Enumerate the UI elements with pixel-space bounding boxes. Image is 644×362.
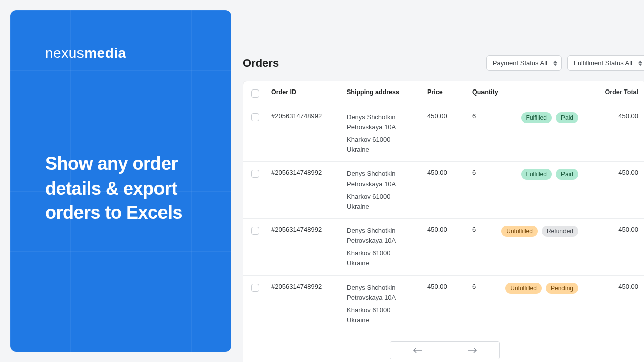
sort-caret-icon <box>553 60 557 66</box>
main-content: Orders Payment Status All Fulfillment St… <box>231 0 644 362</box>
table-row: #2056314748992Denys ShchotkinPetrovskaya… <box>243 162 644 219</box>
arrow-left-icon <box>413 347 422 353</box>
col-header-orderid: Order ID <box>271 88 347 96</box>
order-price: 450.00 <box>427 112 472 120</box>
order-id: #2056314748992 <box>271 169 347 176</box>
order-price: 450.00 <box>427 283 472 290</box>
payment-status-label: Payment Status All <box>493 59 547 67</box>
filter-group: Payment Status All Fulfillment Status Al… <box>486 55 644 71</box>
payment-status-filter[interactable]: Payment Status All <box>486 55 562 71</box>
status-badges: UnfulfilledRefunded <box>513 226 578 237</box>
arrow-right-icon <box>468 347 477 353</box>
row-checkbox[interactable] <box>251 284 259 292</box>
order-id: #2056314748992 <box>271 112 347 120</box>
payment-badge: Paid <box>556 112 578 123</box>
fulfillment-badge: Unfulfilled <box>505 283 542 294</box>
brand-text-right: media <box>84 45 126 61</box>
fulfillment-badge: Fulfilled <box>521 169 552 180</box>
shipping-address: Denys ShchotkinPetrovskaya 10AKharkov 61… <box>347 283 427 325</box>
table-header: Order ID Shipping address Price Quantity… <box>243 81 644 105</box>
fulfillment-status-label: Fulfillment Status All <box>574 59 632 67</box>
row-checkbox[interactable] <box>251 170 259 178</box>
order-qty: 6 <box>472 112 513 120</box>
order-total: 450.00 <box>578 226 638 233</box>
payment-badge: Refunded <box>542 226 578 237</box>
table-row: #2056314748992Denys ShchotkinPetrovskaya… <box>243 276 644 332</box>
payment-badge: Paid <box>556 169 578 180</box>
col-header-shipping: Shipping address <box>347 88 427 96</box>
sort-caret-icon <box>638 60 642 66</box>
status-badges: FulfilledPaid <box>513 112 578 123</box>
col-header-total: Order Total <box>578 88 638 96</box>
page-title: Orders <box>243 57 279 70</box>
order-total: 450.00 <box>578 112 638 120</box>
brand-text-left: nexus <box>45 45 84 61</box>
order-id: #2056314748992 <box>271 226 347 233</box>
topbar: Orders Payment Status All Fulfillment St… <box>243 55 644 71</box>
order-id: #2056314748992 <box>271 283 347 290</box>
row-checkbox[interactable] <box>251 227 259 235</box>
brand-logo: nexusmedia <box>10 10 231 61</box>
promo-sidebar: nexusmedia Show any order details & expo… <box>10 10 231 352</box>
table-row: #2056314748992Denys ShchotkinPetrovskaya… <box>243 105 644 162</box>
col-header-price: Price <box>427 88 472 96</box>
orders-table: Order ID Shipping address Price Quantity… <box>243 81 644 362</box>
shipping-address: Denys ShchotkinPetrovskaya 10AKharkov 61… <box>347 226 427 268</box>
order-price: 450.00 <box>427 169 472 176</box>
fulfillment-badge: Fulfilled <box>521 112 552 123</box>
status-badges: UnfulfilledPending <box>513 283 578 294</box>
table-row: #2056314748992Denys ShchotkinPetrovskaya… <box>243 219 644 276</box>
promo-headline: Show any order details & export orders t… <box>10 61 231 225</box>
status-badges: FulfilledPaid <box>513 169 578 180</box>
select-all-checkbox[interactable] <box>251 89 259 98</box>
row-checkbox[interactable] <box>251 113 259 121</box>
shipping-address: Denys ShchotkinPetrovskaya 10AKharkov 61… <box>347 169 427 211</box>
col-header-qty: Quantity <box>472 88 513 96</box>
fulfillment-badge: Unfulfilled <box>501 226 538 237</box>
shipping-address: Denys ShchotkinPetrovskaya 10AKharkov 61… <box>347 112 427 154</box>
next-page-button[interactable] <box>445 342 499 359</box>
order-price: 450.00 <box>427 226 472 233</box>
prev-page-button[interactable] <box>390 342 445 359</box>
pagination <box>243 332 644 362</box>
fulfillment-status-filter[interactable]: Fulfillment Status All <box>567 55 644 71</box>
payment-badge: Pending <box>546 283 578 294</box>
order-qty: 6 <box>472 169 513 176</box>
order-total: 450.00 <box>578 169 638 176</box>
order-total: 450.00 <box>578 283 638 290</box>
